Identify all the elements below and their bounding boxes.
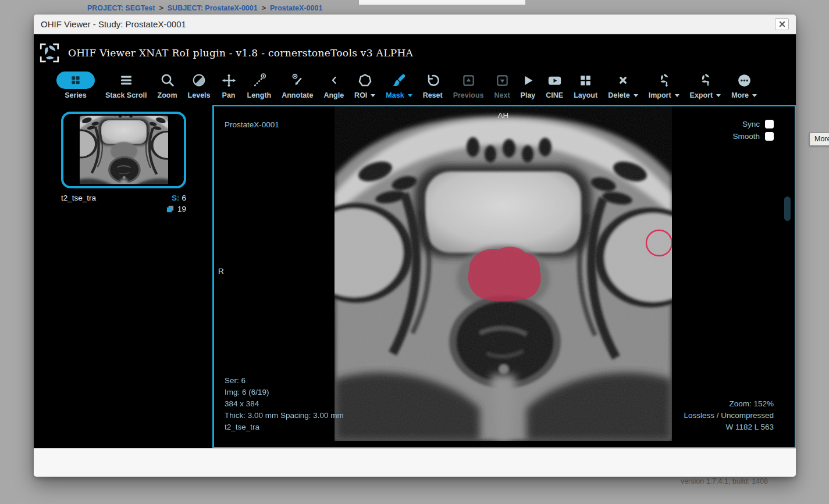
- toolbar-item-mask[interactable]: Mask: [380, 71, 417, 99]
- orientation-marker-left: R: [218, 266, 224, 277]
- toolbar-label: Zoom: [158, 91, 177, 99]
- toolbar-item-roi[interactable]: ROI: [349, 71, 380, 99]
- caret-down-icon: [408, 94, 412, 97]
- caret-down-icon: [752, 94, 757, 97]
- zoom-level-line: Zoom: 152%: [684, 398, 774, 410]
- toolbar-item-zoom[interactable]: Zoom: [152, 71, 183, 99]
- toolbar-label: Reset: [423, 91, 443, 99]
- matrix-size-line: 384 x 384: [225, 398, 344, 410]
- toolbar-item-length[interactable]: Length: [242, 71, 277, 99]
- display-info-overlay: Zoom: 152% Lossless / Uncompressed W 118…: [684, 398, 774, 433]
- series-grid-icon: [70, 74, 81, 86]
- pan-icon: [221, 73, 237, 88]
- toolbar-label: Layout: [574, 91, 597, 99]
- breadcrumb-separator: >: [159, 4, 163, 12]
- close-button[interactable]: [775, 18, 789, 30]
- breadcrumb-separator: >: [262, 4, 266, 12]
- viewport[interactable]: ProstateX-0001 AH R Sync Smooth Ser: 6 I…: [212, 105, 796, 448]
- image-index-line: Img: 6 (6/19): [225, 387, 344, 398]
- ohif-viewer-modal: OHIF Viewer - Study: ProstateX-0001 OH: [34, 15, 796, 477]
- close-icon: [779, 21, 785, 27]
- toolbar-label: CINE: [546, 91, 563, 99]
- app-title: OHIF Viewer XNAT RoI plugin - v1.8 - cor…: [68, 47, 413, 59]
- breadcrumb-subject-link[interactable]: SUBJECT: ProstateX-0001: [168, 4, 258, 12]
- toolbar-label: Play: [521, 91, 536, 99]
- toolbar-item-angle[interactable]: Angle: [318, 71, 349, 99]
- toolbar-item-import[interactable]: Import: [643, 71, 685, 99]
- series-number-label: S:: [172, 194, 180, 202]
- background-window-edge: [359, 0, 525, 5]
- toolbar-item-cine[interactable]: CINE: [540, 71, 568, 99]
- toolbar-label: ROI: [354, 91, 367, 99]
- series-panel: t2_tse_tra S:6 19: [34, 105, 212, 448]
- sync-smooth-controls: Sync Smooth: [732, 118, 774, 142]
- toolbar-label: Pan: [222, 91, 236, 99]
- series-name: t2_tse_tra: [61, 194, 96, 202]
- toolbar-label: Levels: [188, 91, 211, 99]
- delete-x-icon: [616, 73, 630, 87]
- toolbar-item-previous[interactable]: Previous: [448, 71, 489, 99]
- caret-down-icon: [634, 94, 638, 97]
- toolbar-item-annotate[interactable]: Annotate: [276, 71, 318, 99]
- angle-icon: [327, 73, 341, 87]
- toolbar-label: Length: [247, 91, 272, 99]
- toolbar-label: Previous: [453, 91, 484, 99]
- series-active-pill: [56, 72, 95, 89]
- toolbar-item-layout[interactable]: Layout: [568, 71, 603, 99]
- toolbar-label: Mask: [386, 91, 404, 99]
- series-thumbnail[interactable]: [61, 112, 186, 188]
- image-info-overlay: Ser: 6 Img: 6 (6/19) 384 x 384 Thick: 3.…: [225, 375, 344, 433]
- import-icon: [656, 72, 672, 88]
- toolbar-item-play[interactable]: Play: [515, 71, 541, 99]
- breadcrumb-study-link[interactable]: ProstateX-0001: [270, 4, 322, 12]
- breadcrumb-project-link[interactable]: PROJECT: SEGTest: [87, 4, 155, 12]
- magnifier-icon: [160, 73, 175, 88]
- stack-scroll-icon: [119, 73, 134, 88]
- annotate-icon: [290, 73, 305, 88]
- xnat-logo-icon: [38, 42, 61, 64]
- toolbar-label: Import: [649, 91, 671, 99]
- series-meta: t2_tse_tra S:6 19: [61, 194, 186, 213]
- roi-polygon-icon: [357, 73, 373, 88]
- toolbar-label: Export: [690, 91, 713, 99]
- toolbar-item-reset[interactable]: Reset: [418, 71, 448, 99]
- version-text: version 1.7.4.1, build: 1408: [681, 477, 768, 485]
- patient-id-overlay: ProstateX-0001: [225, 119, 279, 131]
- prostate-mask-overlay: [468, 246, 541, 301]
- series-desc-line: t2_tse_tra: [225, 421, 344, 433]
- smooth-label: Smooth: [732, 131, 760, 142]
- caret-down-icon: [716, 94, 721, 97]
- caret-down-icon: [371, 94, 375, 97]
- toolbar-label: Annotate: [282, 91, 313, 99]
- toolbar-label: Delete: [608, 91, 630, 99]
- toolbar-item-next[interactable]: Next: [489, 71, 515, 99]
- orientation-marker-top: AH: [335, 110, 672, 121]
- toolbar-label: Angle: [323, 91, 344, 99]
- modal-titlebar: OHIF Viewer - Study: ProstateX-0001: [34, 15, 796, 34]
- window-level-line: W 1182 L 563: [684, 421, 774, 433]
- layout-grid-icon: [578, 73, 593, 88]
- toolbar-item-delete[interactable]: Delete: [603, 71, 643, 99]
- modal-title: OHIF Viewer - Study: ProstateX-0001: [41, 19, 186, 29]
- modal-footer: [34, 448, 796, 477]
- next-icon: [495, 73, 510, 88]
- series-info-line: Ser: 6: [225, 375, 344, 387]
- cine-icon: [547, 73, 563, 88]
- caret-down-icon: [675, 94, 679, 97]
- toolbar-item-series[interactable]: Series: [51, 71, 100, 99]
- app-header: OHIF Viewer XNAT RoI plugin - v1.8 - cor…: [34, 34, 796, 67]
- toolbar: Series Stack Scroll Zoom: [34, 67, 796, 105]
- smooth-checkbox[interactable]: [765, 132, 774, 141]
- series-number-value: 6: [182, 194, 186, 202]
- toolbar-label: More: [731, 91, 749, 99]
- toolbar-item-pan[interactable]: Pan: [216, 71, 242, 99]
- stack-scrollbar[interactable]: [784, 196, 791, 221]
- toolbar-item-more[interactable]: More: [726, 71, 762, 99]
- breadcrumb: PROJECT: SEGTest > SUBJECT: ProstateX-00…: [87, 4, 322, 12]
- contrast-icon: [191, 73, 207, 88]
- sync-checkbox[interactable]: [765, 120, 774, 128]
- toolbar-item-levels[interactable]: Levels: [183, 71, 216, 99]
- toolbar-item-export[interactable]: Export: [685, 71, 727, 99]
- viewer-app: OHIF Viewer XNAT RoI plugin - v1.8 - cor…: [34, 34, 796, 448]
- toolbar-item-stack-scroll[interactable]: Stack Scroll: [100, 71, 152, 99]
